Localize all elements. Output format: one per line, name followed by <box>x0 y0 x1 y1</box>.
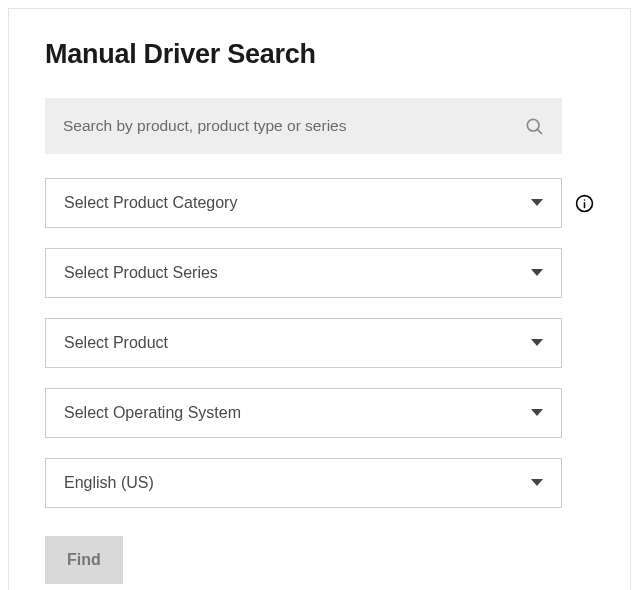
caret-down-icon <box>531 409 543 417</box>
language-select[interactable]: English (US) <box>45 458 562 508</box>
dropdown-label: Select Product Series <box>64 264 218 282</box>
search-input[interactable] <box>63 117 524 135</box>
search-icon[interactable] <box>524 116 544 136</box>
dropdown-row-category: Select Product Category <box>45 178 594 228</box>
product-series-select[interactable]: Select Product Series <box>45 248 562 298</box>
driver-search-card: Manual Driver Search Select Product Cate… <box>8 8 631 590</box>
dropdown-row-os: Select Operating System <box>45 388 594 438</box>
find-button[interactable]: Find <box>45 536 123 584</box>
page-title: Manual Driver Search <box>45 39 594 70</box>
svg-line-1 <box>537 129 541 133</box>
search-box[interactable] <box>45 98 562 154</box>
dropdown-label: English (US) <box>64 474 154 492</box>
product-category-select[interactable]: Select Product Category <box>45 178 562 228</box>
caret-down-icon <box>531 479 543 487</box>
caret-down-icon <box>531 199 543 207</box>
dropdown-label: Select Product Category <box>64 194 237 212</box>
info-icon[interactable] <box>574 193 594 213</box>
dropdown-label: Select Operating System <box>64 404 241 422</box>
dropdown-row-series: Select Product Series <box>45 248 594 298</box>
svg-point-4 <box>583 199 585 201</box>
dropdown-row-product: Select Product <box>45 318 594 368</box>
dropdown-row-language: English (US) <box>45 458 594 508</box>
dropdown-label: Select Product <box>64 334 168 352</box>
caret-down-icon <box>531 339 543 347</box>
product-select[interactable]: Select Product <box>45 318 562 368</box>
caret-down-icon <box>531 269 543 277</box>
operating-system-select[interactable]: Select Operating System <box>45 388 562 438</box>
